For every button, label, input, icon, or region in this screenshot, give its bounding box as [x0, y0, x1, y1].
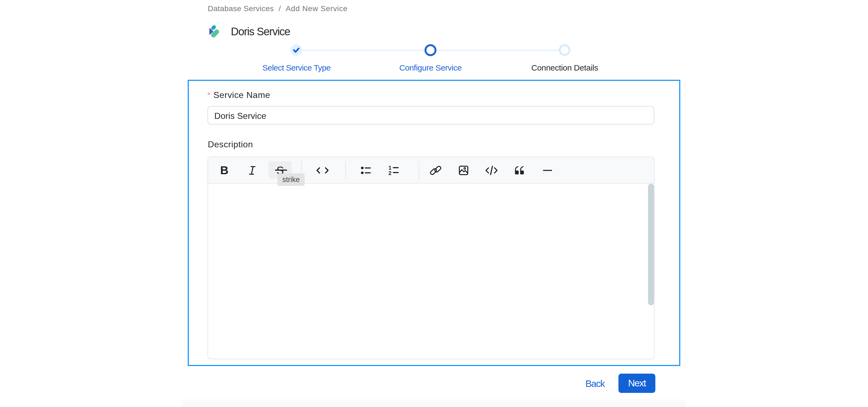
svg-text:1: 1 [389, 165, 392, 171]
svg-text:2: 2 [389, 170, 392, 176]
